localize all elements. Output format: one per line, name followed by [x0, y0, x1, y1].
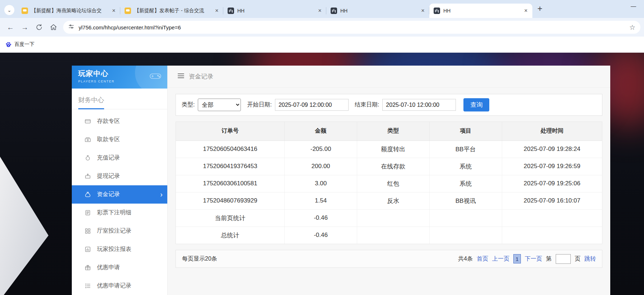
table-cell: 1752060504063416 [176, 141, 285, 158]
menu-icon [178, 73, 184, 80]
sidebar-item-label: 厅室投注记录 [97, 227, 131, 235]
tab-close-icon[interactable]: × [110, 7, 117, 14]
table-cell: 2025-07-09 19:28:24 [502, 141, 602, 158]
type-select[interactable]: 全部 [198, 99, 241, 111]
table-row: 1752060504063416-205.00额度转出BB平台2025-07-0… [176, 141, 602, 158]
sidebar-item-label: 玩家投注报表 [97, 246, 131, 253]
table-cell [357, 209, 429, 227]
pagination-controls: 共4条 首页 上一页 1 下一页 第 页 跳转 [458, 254, 596, 264]
gamepad-icon [149, 71, 162, 82]
sidebar-item-label: 彩票下注明细 [97, 209, 131, 217]
browser-tab-3[interactable]: HH × [223, 4, 326, 18]
table-cell: BB视讯 [429, 192, 502, 209]
url-text[interactable]: yl756.com/hhcp/usercenter.html?iniType=6 [79, 24, 629, 30]
sidebar-item-withdraw-zone[interactable]: 取款专区 [72, 130, 167, 149]
sidebar-item-promo-apply[interactable]: 优惠申请 [72, 258, 167, 277]
promo-apply-icon [85, 265, 91, 271]
sidebar-item-deposit-zone[interactable]: 存款专区 [72, 112, 167, 130]
lottery-detail-icon [85, 210, 91, 216]
table-cell: -0.46 [285, 209, 357, 227]
tab-close-icon[interactable]: × [213, 7, 220, 14]
per-page-label: 每页显示20条 [182, 255, 217, 263]
back-button[interactable]: ← [4, 20, 17, 34]
table-cell [502, 209, 602, 227]
table-cell: 反水 [357, 192, 429, 209]
tab-close-icon[interactable]: × [522, 7, 529, 14]
reload-button[interactable] [32, 20, 46, 34]
sidebar-item-funds-records[interactable]: 资金记录 › [72, 185, 167, 204]
withdraw-record-icon [85, 173, 91, 179]
current-page-indicator: 1 [513, 254, 521, 263]
end-date-label: 结束日期: [355, 101, 379, 109]
sidebar-item-lottery-bet-details[interactable]: 彩票下注明细 [72, 204, 167, 222]
browser-tab-2[interactable]: 【新提醒】发表帖子 - 综合交流 × [120, 4, 223, 18]
jump-page-input[interactable] [556, 254, 571, 264]
table-cell: BB平台 [429, 141, 502, 158]
tab-title: 【新提醒】海燕策略论坛综合交 [31, 8, 107, 14]
table-cell [429, 209, 502, 227]
table-cell: 系统 [429, 175, 502, 192]
sidebar-item-label: 优惠申请记录 [97, 282, 131, 290]
table-row: 17520603061005813.00红包系统2025-07-09 19:25… [176, 175, 602, 192]
site-info-button[interactable] [68, 24, 74, 31]
window-minimize-button[interactable]: — [631, 3, 636, 9]
new-tab-button[interactable]: + [537, 4, 542, 14]
bookmark-star-icon[interactable]: ☆ [629, 23, 635, 32]
table-row: 1752060419376453200.00在线存款系统2025-07-09 1… [176, 158, 602, 175]
sidebar-item-recharge-records[interactable]: 充值记录 [72, 149, 167, 167]
table-row: 17520486076939291.54反水BB视讯2025-07-09 16:… [176, 192, 602, 209]
tab-close-icon[interactable]: × [419, 7, 426, 14]
tab-title: HH [237, 8, 313, 14]
main-content: 资金记录 类型: 全部 开始日期: 结束日期: 查询 [168, 66, 610, 295]
browser-tab-4[interactable]: HH × [326, 4, 429, 18]
chevron-down-icon: ⌄ [8, 8, 11, 13]
browser-tab-strip: ⌄ 【新提醒】海燕策略论坛综合交 × 【新提醒】发表帖子 - 综合交流 × HH… [0, 0, 644, 18]
sidebar-item-label: 资金记录 [97, 191, 120, 198]
sidebar-item-hall-bet-records[interactable]: 厅室投注记录 [72, 222, 167, 240]
page-title: 资金记录 [189, 72, 213, 81]
next-page-link[interactable]: 下一页 [525, 255, 542, 263]
filter-bar: 类型: 全部 开始日期: 结束日期: 查询 [176, 94, 602, 116]
sidebar-item-player-bet-report[interactable]: 玩家投注报表 [72, 240, 167, 258]
tab-title: HH [340, 8, 416, 14]
bookmark-baidu[interactable]: 百度一下 [5, 41, 34, 48]
home-button[interactable] [47, 20, 60, 34]
browser-tab-5-active[interactable]: HH × [429, 4, 532, 18]
sidebar-item-withdraw-records[interactable]: 提现记录 [72, 167, 167, 185]
start-date-label: 开始日期: [247, 101, 271, 109]
table-header-cell: 处理时间 [502, 122, 602, 141]
tab-search-button[interactable]: ⌄ [4, 5, 14, 15]
table-header-row: 订单号金额类型项目处理时间 [176, 122, 602, 141]
table-cell [429, 227, 502, 244]
records-table: 订单号金额类型项目处理时间 1752060504063416-205.00额度转… [176, 122, 602, 244]
tune-icon [68, 24, 74, 30]
table-cell: -205.00 [285, 141, 357, 158]
table-cell: 1.54 [285, 192, 357, 209]
prev-page-link[interactable]: 上一页 [492, 255, 509, 263]
jump-link[interactable]: 跳转 [584, 255, 596, 263]
tab-close-icon[interactable]: × [316, 7, 323, 14]
table-cell: 在线存款 [357, 158, 429, 175]
chevron-right-icon: › [160, 190, 163, 199]
end-date-input[interactable] [382, 99, 456, 111]
start-date-input[interactable] [275, 99, 349, 111]
table-cell: 2025-07-09 19:25:06 [502, 175, 602, 192]
reload-icon [36, 24, 43, 31]
records-tbody: 1752060504063416-205.00额度转出BB平台2025-07-0… [176, 141, 602, 244]
browser-tab-1[interactable]: 【新提醒】海燕策略论坛综合交 × [17, 4, 120, 18]
first-page-link[interactable]: 首页 [477, 255, 488, 263]
table-cell: 1752060306100581 [176, 175, 285, 192]
home-icon [50, 24, 57, 31]
promo-record-icon [85, 283, 91, 289]
tab-title: HH [443, 8, 519, 14]
table-cell: 当前页统计 [176, 209, 285, 227]
table-cell: 系统 [429, 158, 502, 175]
table-row: 总统计-0.46 [176, 227, 602, 244]
table-cell: -0.46 [285, 227, 357, 244]
forward-button[interactable]: → [18, 20, 32, 34]
url-bar[interactable]: yl756.com/hhcp/usercenter.html?iniType=6… [63, 21, 640, 34]
table-header-cell: 类型 [357, 122, 429, 141]
sidebar-item-promo-apply-records[interactable]: 优惠申请记录 [72, 277, 167, 295]
hh-dark-icon [331, 8, 337, 14]
query-button[interactable]: 查询 [463, 98, 489, 111]
